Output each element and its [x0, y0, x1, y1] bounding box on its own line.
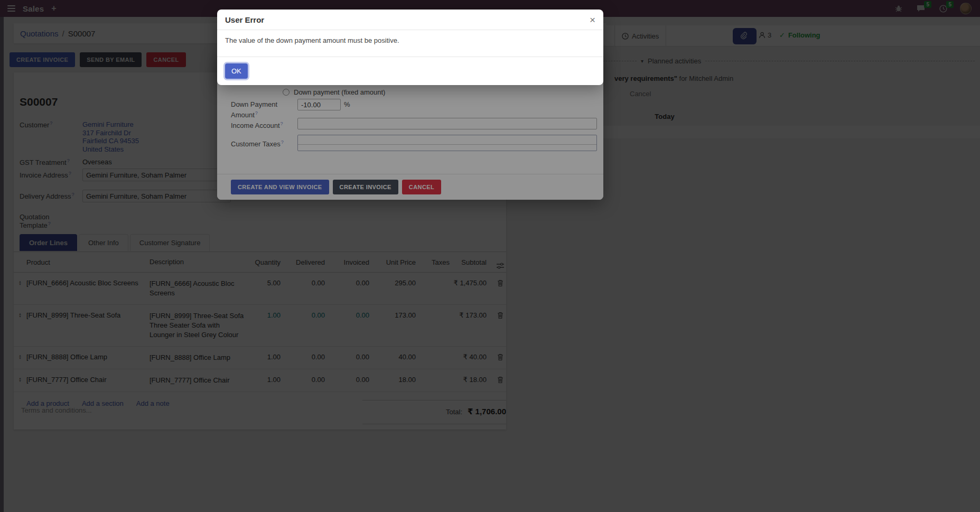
error-modal-footer: OK: [217, 57, 603, 85]
user-error-modal: User Error × The value of the down payme…: [217, 10, 603, 85]
error-modal-header: User Error ×: [217, 10, 603, 30]
close-icon[interactable]: ×: [590, 15, 595, 25]
error-message: The value of the down payment amount mus…: [225, 36, 399, 44]
ok-button[interactable]: OK: [225, 63, 248, 79]
screen: Sales + 5 5 Quotations / S00007 CREATE I…: [0, 0, 980, 512]
error-modal-title: User Error: [225, 15, 264, 24]
